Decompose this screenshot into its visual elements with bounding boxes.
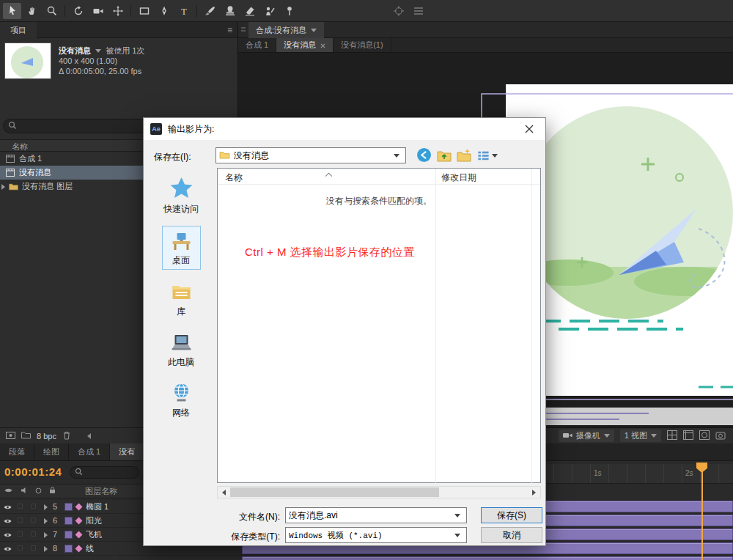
place-network[interactable]: 网络 [163,379,200,421]
layer-name[interactable]: 阳光 [86,515,102,526]
tab-comp1-timeline[interactable]: 合成 1 [69,443,110,460]
layer-name[interactable]: 线 [86,543,94,554]
lock-icon[interactable] [49,487,56,495]
layer-name[interactable]: 椭圆 1 [86,501,108,512]
layer-row-partial[interactable] [0,556,242,560]
expand-arrow-icon[interactable] [44,546,48,552]
place-this-pc[interactable]: 此电脑 [161,328,201,371]
item-usage[interactable]: 被使用 1次 [106,46,144,55]
viewer-tab-active[interactable]: 没有消息 [276,38,334,52]
column-name[interactable]: 名称 [12,141,28,152]
scrollbar-thumb[interactable] [230,487,439,497]
dropdown-arrow-button[interactable] [452,528,463,542]
camera-dropdown[interactable]: 摄像机 [559,430,614,442]
chevron-down-icon[interactable] [95,49,101,53]
lock-toggle[interactable] [31,517,36,523]
pan-behind-tool-icon[interactable] [108,3,127,19]
view-layout-dropdown[interactable]: 1 视图 [620,430,661,442]
views-menu-button[interactable] [477,150,498,161]
lock-toggle[interactable] [31,504,36,509]
expand-arrow-icon[interactable] [44,504,48,510]
selection-tool-icon[interactable] [3,3,21,19]
shape-tool-icon[interactable] [135,3,153,19]
pen-tool-icon[interactable] [155,3,173,19]
brush-tool-icon[interactable] [201,3,219,19]
file-list[interactable]: 名称 修改日期 没有与搜索条件匹配的项。 [217,168,541,483]
audio-toggle[interactable] [18,504,23,509]
scroll-left-icon[interactable] [87,433,91,439]
expand-arrow-icon[interactable] [44,518,48,524]
audio-toggle[interactable] [18,517,23,523]
layer-label-chip[interactable] [65,517,73,525]
close-button[interactable] [512,118,545,140]
place-quick-access[interactable]: 快速访问 [157,174,205,218]
crosshair-icon[interactable] [389,3,408,19]
new-folder-button[interactable] [457,148,471,163]
current-timecode[interactable]: 0:00:01:24 [4,465,62,478]
layer-label-chip[interactable] [65,503,73,511]
layer-label-chip[interactable] [65,531,73,539]
grid-icon[interactable] [667,430,677,441]
viewer-tab-comp1[interactable]: 合成 1 [238,38,276,52]
dropdown-arrow-button[interactable] [452,508,463,523]
roto-brush-tool-icon[interactable] [260,3,279,19]
horizontal-scrollbar[interactable] [217,486,541,498]
column-name-header[interactable]: 名称 [225,172,243,184]
tab-active-timeline[interactable]: 没有 [110,443,144,460]
interpret-footage-icon[interactable] [6,431,15,441]
save-button[interactable]: 保存(S) [481,507,542,523]
column-date-header[interactable]: 修改日期 [441,172,476,184]
camera-tool-icon[interactable] [89,3,107,19]
tab-paint[interactable]: 绘图 [34,443,69,460]
audio-toggle[interactable] [18,531,23,537]
panel-menu-icon[interactable]: ≡ [227,25,233,35]
viewer-group-tab[interactable]: 合成:没有消息 [248,22,324,38]
panel-drag-dots-icon[interactable] [241,27,246,33]
current-time-indicator[interactable] [701,464,703,560]
viewer-tab-comp-copy[interactable]: 没有消息(1) [334,38,391,52]
eraser-tool-icon[interactable] [240,3,259,19]
eye-icon[interactable] [3,531,12,540]
bit-depth-button[interactable]: 8 bpc [37,432,56,441]
lock-toggle[interactable] [31,545,36,550]
eye-icon[interactable] [3,504,12,512]
menu-icon[interactable] [409,3,427,19]
snapshot-icon[interactable] [715,430,726,441]
file-type-dropdown[interactable]: Windows 视频 (*.avi) [285,527,467,543]
tab-paragraph[interactable]: 段落 [0,443,34,460]
type-tool-icon[interactable]: T [174,3,193,19]
layer-label-chip[interactable] [65,545,73,553]
audio-toggle[interactable] [18,545,23,550]
new-folder-icon[interactable] [21,431,31,441]
tab-project[interactable]: 项目 [0,22,37,38]
hand-tool-icon[interactable] [23,3,41,19]
puppet-pin-tool-icon[interactable] [280,3,298,19]
zoom-tool-icon[interactable] [43,3,61,19]
close-icon[interactable] [320,41,325,50]
layer-name-column[interactable]: 图层名称 [85,486,117,497]
dialog-title-bar[interactable]: Ae 输出影片为: [144,118,545,140]
clone-stamp-tool-icon[interactable] [221,3,239,19]
solo-icon[interactable] [35,487,42,495]
timeline-search-input[interactable] [70,466,139,479]
back-button[interactable] [416,147,432,164]
trash-icon[interactable] [62,431,71,441]
eye-icon[interactable] [4,487,13,495]
eye-icon[interactable] [3,545,12,554]
audio-icon[interactable] [21,487,28,495]
up-one-level-button[interactable] [437,148,452,163]
cancel-button[interactable]: 取消 [481,527,542,543]
dropdown-arrow-button[interactable] [391,148,402,163]
scroll-left-arrow[interactable] [218,487,230,498]
expand-arrow-icon[interactable] [1,184,5,190]
lock-toggle[interactable] [31,531,36,537]
file-name-input[interactable]: 没有消息.avi [285,507,467,523]
mask-icon[interactable] [699,430,710,441]
place-desktop[interactable]: 桌面 [162,226,201,270]
rotation-tool-icon[interactable] [69,3,87,19]
layer-duration-bar[interactable] [242,556,733,560]
expand-arrow-icon[interactable] [44,532,48,538]
guides-icon[interactable] [683,430,693,441]
place-libraries[interactable]: 库 [163,278,200,320]
eye-icon[interactable] [3,517,12,526]
